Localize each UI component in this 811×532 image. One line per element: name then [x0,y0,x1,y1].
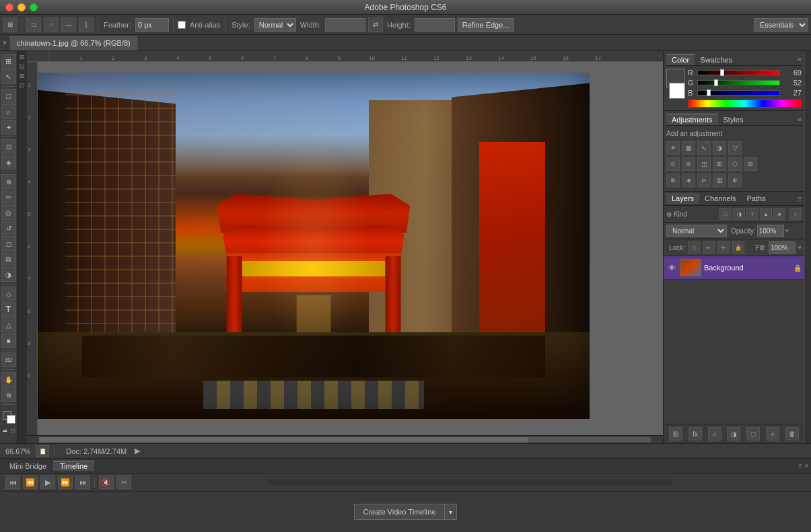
adj-panel-options[interactable]: ≡ [798,116,802,123]
lock-position-btn[interactable]: ✛ [717,241,730,254]
layer-visibility-toggle[interactable]: 👁 [666,262,677,273]
swatches-tab[interactable]: Swatches [695,54,738,65]
brightness-adj-icon[interactable]: ☀ [666,141,680,155]
new-group-btn[interactable]: □ [746,427,760,441]
background-layer-row[interactable]: 👁 Background 🔒 [664,256,804,280]
panel-icon-1[interactable]: ⊞ [20,54,25,61]
b-slider-handle[interactable] [707,89,711,96]
add-style-btn[interactable]: fx [689,427,702,441]
r-slider-track[interactable] [697,70,780,75]
rect-marquee-icon[interactable]: □ [1,89,16,104]
pen-tool-icon[interactable]: ◇ [1,287,16,301]
background-swatch[interactable] [669,83,685,99]
photo-canvas[interactable] [38,73,590,419]
lock-transparent-btn[interactable]: □ [688,241,700,254]
canvas-hscroll[interactable] [27,435,663,443]
toolbar-marquee-rect[interactable]: □ [26,17,41,32]
styles-tab[interactable]: Styles [718,114,749,125]
width-input[interactable] [325,18,365,32]
move-tool-icon[interactable]: ↖ [1,69,16,84]
select-tool-icon[interactable]: ⊞ [1,54,16,69]
hscroll-left-btn[interactable] [27,436,38,443]
posterize-adj-icon[interactable]: ◈ [682,174,695,187]
blend-mode-select[interactable]: Normal [666,225,727,237]
blur-icon[interactable]: ◑ [1,267,16,282]
hscroll-thumb[interactable] [39,437,528,443]
new-adj-layer-btn[interactable]: ◑ [727,427,740,441]
hand-tool-icon[interactable]: ✋ [1,372,16,387]
exposure-adj-icon[interactable]: ◑ [713,141,726,155]
shape-icon[interactable]: ■ [1,333,16,348]
lock-all-btn[interactable]: 🔒 [732,241,744,254]
tl-trim-btn[interactable]: ✂ [116,476,131,489]
selective-color-adj-icon[interactable]: ⊕ [728,174,742,187]
create-video-timeline-btn[interactable]: Create Video Timeline [354,504,444,520]
toolbar-icon-1[interactable]: ⊞ [3,17,17,32]
eraser-icon[interactable]: ◻ [1,236,16,251]
panel-icon-3[interactable]: ⊠ [20,73,25,79]
eyedropper-icon[interactable]: ◈ [1,155,16,169]
opacity-input[interactable] [757,225,784,237]
gradient-map-adj-icon[interactable]: ▥ [713,174,726,187]
fill-arrow[interactable]: ▾ [798,244,802,251]
type-tool-icon[interactable]: T [1,302,16,317]
hscroll-right-btn[interactable] [652,436,663,443]
height-input[interactable] [415,18,455,32]
mini-bridge-tab[interactable]: Mini Bridge [3,461,53,471]
colorbal-adj-icon[interactable]: ⊛ [682,157,695,171]
paths-tab[interactable]: Paths [742,193,771,204]
tab-panel-close[interactable]: × [3,39,7,46]
filter-adj-icon[interactable]: ◑ [733,208,745,220]
layers-panel-options[interactable]: ≡ [798,195,802,202]
panel-icon-2[interactable]: ⊟ [20,63,25,70]
canvas-area[interactable]: 1 2 3 4 5 6 7 8 9 0 [27,62,663,435]
threshold-adj-icon[interactable]: ⊳ [697,174,711,187]
toolbar-marquee-row[interactable]: — [61,17,76,32]
file-tab[interactable]: chinatown-1.jpg @ 66.7% (RGB/8) [9,36,138,50]
maximize-button[interactable] [30,3,38,11]
fg-bg-colors[interactable] [1,410,16,424]
photofilter-adj-icon[interactable]: ⊠ [713,157,726,171]
panel-icon-4[interactable]: ⊡ [20,82,25,89]
heal-brush-icon[interactable]: ⊕ [1,174,16,189]
lasso-tool-icon[interactable]: ⌕ [1,104,16,119]
b-slider-track[interactable] [697,90,780,96]
toolbar-marquee-ellipse[interactable]: ○ [44,17,59,32]
minimize-button[interactable] [17,3,26,11]
default-colors-icon[interactable]: □ [11,428,15,434]
crop-tool-icon[interactable]: ⊡ [1,139,16,154]
history-brush-icon[interactable]: ↺ [1,221,16,235]
hscroll-track[interactable] [39,437,651,443]
tl-last-frame-btn[interactable]: ⏭ [75,476,90,489]
tl-next-frame-btn[interactable]: ⏩ [58,476,73,489]
fill-input[interactable] [769,241,796,254]
background-color[interactable] [7,415,15,424]
colorlookup-adj-icon[interactable]: ⊞ [744,157,757,171]
toolbar-marquee-col[interactable]: | [79,17,94,32]
zoom-percent-btn[interactable]: 📋 [36,445,49,457]
filter-toggle[interactable]: ○ [789,208,802,220]
channels-tab[interactable]: Channels [699,193,741,204]
tl-prev-frame-btn[interactable]: ⏪ [23,476,38,489]
new-layer-btn[interactable]: + [766,427,779,441]
style-select[interactable]: Normal [254,18,296,32]
swap-icon[interactable]: ⇄ [368,17,383,32]
color-panel-options[interactable]: ≡ [798,56,802,63]
right-panel-collapse[interactable]: ‹ [804,51,811,443]
quick-select-icon[interactable]: ✦ [1,120,16,135]
switch-colors-icon[interactable]: ⇄ [3,428,7,434]
tl-first-frame-btn[interactable]: ⏮ [5,476,20,489]
vibrance-adj-icon[interactable]: ▽ [728,141,742,155]
hsl-adj-icon[interactable]: ⊙ [666,157,680,171]
invert-adj-icon[interactable]: ⊗ [666,174,680,187]
layers-tab[interactable]: Layers [666,193,699,204]
feather-input[interactable] [135,18,169,32]
create-video-timeline-dropdown[interactable]: ▾ [445,504,457,520]
bw-adj-icon[interactable]: ◫ [697,157,711,171]
color-spectrum[interactable] [688,100,802,108]
timeline-tab[interactable]: Timeline [53,461,94,471]
adjustments-tab[interactable]: Adjustments [666,114,718,125]
clone-stamp-icon[interactable]: ◎ [1,205,16,220]
filter-type-icon[interactable]: T [746,208,759,220]
tl-audio-btn[interactable]: 🔇 [99,476,114,489]
